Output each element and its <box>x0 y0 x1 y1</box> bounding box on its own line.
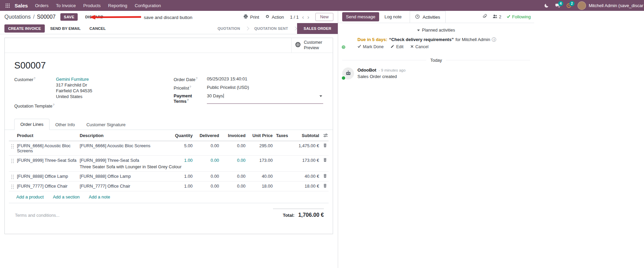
stage-quotation-sent[interactable]: QUOTATION SENT <box>249 23 293 34</box>
drag-handle-icon[interactable] <box>11 158 14 163</box>
quantity-cell[interactable]: 1.00 <box>170 174 193 179</box>
stage-sales-order[interactable]: SALES ORDER <box>297 23 338 34</box>
quantity-cell[interactable]: 1.00 <box>170 158 193 163</box>
action-button[interactable]: Action <box>265 14 284 20</box>
activity-clock-badge-icon <box>341 45 346 50</box>
delivered-cell[interactable]: 0.00 <box>193 158 220 163</box>
delivered-cell[interactable]: 0.00 <box>193 143 220 148</box>
pricelist-value[interactable]: Public Pricelist (USD) <box>207 85 249 91</box>
product-cell[interactable]: [FURN_7777] Office Chair <box>17 184 80 189</box>
following-button[interactable]: Following <box>507 14 531 19</box>
customer-label: Customer? <box>14 76 56 99</box>
product-cell[interactable]: [FURN_6666] Acoustic Bloc Screens <box>17 143 80 153</box>
order-line-row[interactable]: [FURN_6666] Acoustic Bloc Screens [FURN_… <box>9 141 329 156</box>
followers-button[interactable]: 2 <box>492 14 501 20</box>
table-add-links: Add a product Add a section Add a note <box>9 191 329 203</box>
chatter-message: OdooBot - 9 minutes ago Sales Order crea… <box>338 68 534 79</box>
pager-previous-icon[interactable]: ‹ <box>302 14 304 20</box>
description-cell[interactable]: [FURN_8999] Three-Seat Sofa Three Seater… <box>80 158 170 169</box>
description-cell[interactable]: [FURN_8888] Office Lamp <box>80 174 170 179</box>
cancel-button[interactable]: CANCEL <box>86 24 109 33</box>
tab-other-info[interactable]: Other Info <box>50 119 81 130</box>
delivered-cell[interactable]: 0.00 <box>193 174 220 179</box>
moon-icon[interactable] <box>544 3 549 8</box>
menu-item-products[interactable]: Products <box>79 1 104 11</box>
activities-clock-icon[interactable]: 2 <box>566 3 571 8</box>
activity-assignee: for Mitchell Admin <box>455 37 490 43</box>
product-cell[interactable]: [FURN_8888] Office Lamp <box>17 174 80 179</box>
delete-row-icon[interactable] <box>320 158 329 162</box>
stage-quotation[interactable]: QUOTATION <box>213 23 245 34</box>
description-subline: Three Seater Sofa with Lounger in Steel … <box>80 164 170 169</box>
unit-price-cell[interactable]: 40.00 <box>246 174 273 179</box>
new-button[interactable]: New <box>315 13 333 21</box>
invoiced-cell[interactable]: 0.00 <box>220 184 246 189</box>
create-invoice-button[interactable]: CREATE INVOICE <box>4 24 45 33</box>
add-a-note-link[interactable]: Add a note <box>89 194 110 199</box>
invoiced-cell[interactable]: 0.00 <box>220 158 246 163</box>
delete-row-icon[interactable] <box>320 174 329 178</box>
app-name[interactable]: Sales <box>15 3 28 8</box>
mark-done-button[interactable]: Mark Done <box>357 44 384 50</box>
edit-activity-button[interactable]: Edit <box>390 44 404 50</box>
subtotal-cell: 173.00 € <box>289 158 320 163</box>
customer-preview-button[interactable]: Customer Preview <box>291 38 333 53</box>
menu-item-reporting[interactable]: Reporting <box>104 1 131 11</box>
quantity-cell[interactable]: 1.00 <box>170 184 193 189</box>
chatter-panel: Send message Log note Activities 2 <box>338 11 644 268</box>
delete-row-icon[interactable] <box>320 184 329 188</box>
order-date-value[interactable]: 05/25/2023 15:40:01 <box>207 76 247 82</box>
topbar-right-icons: 4 2 Mitchell Admin (save_discar <box>544 1 644 10</box>
user-menu[interactable]: Mitchell Admin (save_discar <box>578 1 643 10</box>
delete-row-icon[interactable] <box>320 143 329 148</box>
delivered-cell[interactable]: 0.00 <box>193 184 220 189</box>
paperclip-icon[interactable] <box>482 14 487 20</box>
order-line-row[interactable]: [FURN_8888] Office Lamp [FURN_8888] Offi… <box>9 172 329 181</box>
drag-handle-icon[interactable] <box>11 174 14 179</box>
tab-order-lines[interactable]: Order Lines <box>14 119 50 130</box>
add-a-product-link[interactable]: Add a product <box>16 194 44 199</box>
unit-price-cell[interactable]: 173.00 <box>246 158 273 163</box>
dropdown-caret-icon[interactable] <box>319 95 322 97</box>
menu-item-configuration[interactable]: Configuration <box>131 1 164 11</box>
order-line-row[interactable]: [FURN_7777] Office Chair [FURN_7777] Off… <box>9 181 329 191</box>
planned-activities-header[interactable]: Planned activities <box>342 28 530 33</box>
terms-and-conditions-placeholder[interactable]: Terms and conditions... <box>15 209 60 218</box>
send-message-button[interactable]: Send message <box>342 12 379 21</box>
apps-grid-icon[interactable] <box>3 3 12 8</box>
payment-terms-input[interactable]: 30 Days <box>207 93 323 104</box>
menu-item-to-invoice[interactable]: To Invoice <box>52 1 80 11</box>
product-cell[interactable]: [FURN_8999] Three-Seat Sofa <box>17 158 80 163</box>
save-button[interactable]: SAVE <box>60 13 78 21</box>
order-line-row[interactable]: [FURN_8999] Three-Seat Sofa [FURN_8999] … <box>9 156 329 172</box>
optional-columns-icon[interactable] <box>320 133 329 138</box>
unit-price-cell[interactable]: 295.00 <box>246 143 273 148</box>
menu-item-orders[interactable]: Orders <box>31 1 52 11</box>
text-cursor <box>223 94 224 98</box>
quotation-template-field[interactable]: Quotation Template? <box>14 103 174 109</box>
total-label: Total: <box>283 213 294 218</box>
description-cell[interactable]: [FURN_7777] Office Chair <box>80 184 170 189</box>
quantity-cell[interactable]: 5.00 <box>170 143 193 148</box>
top-navbar: Sales Orders To Invoice Products Reporti… <box>0 0 644 11</box>
description-cell[interactable]: [FURN_6666] Acoustic Bloc Screens <box>80 143 170 148</box>
print-button[interactable]: Print <box>243 14 259 20</box>
drag-handle-icon[interactable] <box>11 144 14 149</box>
pager-next-icon[interactable]: › <box>307 14 309 20</box>
pager-counter[interactable]: 1 / 1 <box>290 15 298 20</box>
drag-handle-icon[interactable] <box>11 184 14 189</box>
tab-customer-signature[interactable]: Customer Signature <box>81 119 132 130</box>
send-by-email-button[interactable]: SEND BY EMAIL <box>47 24 84 33</box>
invoiced-cell[interactable]: 0.00 <box>220 174 246 179</box>
invoiced-cell[interactable]: 0.00 <box>220 143 246 148</box>
add-a-section-link[interactable]: Add a section <box>53 194 80 199</box>
pencil-icon <box>390 44 394 50</box>
activities-tab[interactable]: Activities <box>410 11 445 23</box>
breadcrumb-quotations[interactable]: Quotations <box>4 14 31 20</box>
messages-icon[interactable]: 4 <box>555 3 560 8</box>
customer-link[interactable]: Gemini Furniture <box>56 77 89 82</box>
cancel-activity-button[interactable]: Cancel <box>410 44 429 50</box>
info-icon[interactable]: i <box>492 37 496 42</box>
unit-price-cell[interactable]: 18.00 <box>246 184 273 189</box>
log-note-button[interactable]: Log note <box>381 12 405 21</box>
